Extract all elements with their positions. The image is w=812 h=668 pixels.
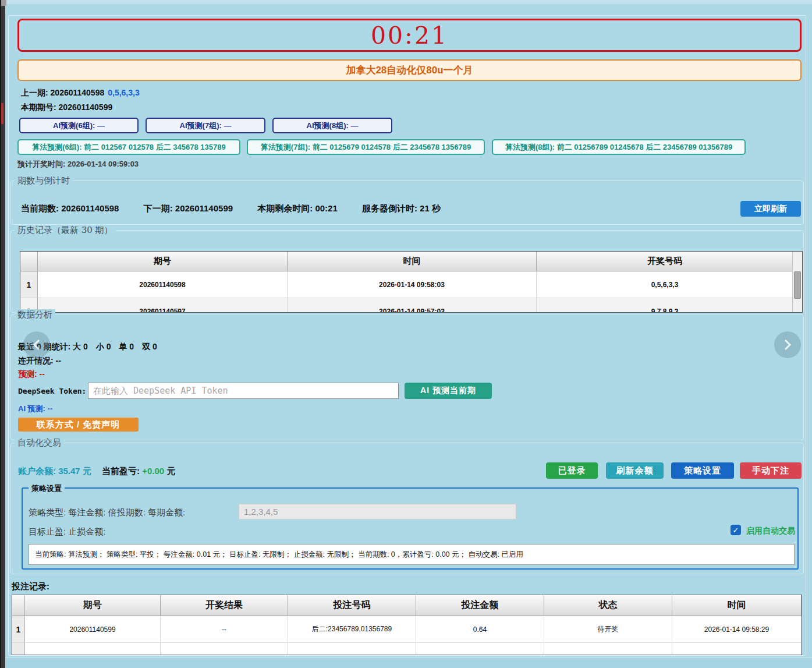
bet-amount: 0.64 [416,616,544,643]
window-edge-red-mark [1,103,3,124]
period-info-line: 当前期数: 202601140598 下一期: 202601140599 本期剩… [21,203,463,214]
algo-predict-6-box[interactable]: 算法预测(6组): 前二 012567 012578 后二 345678 135… [17,139,240,155]
history-numbers: 0,5,6,3,3 [537,271,793,298]
period-section: 期数与倒计时 当前期数: 202601140598 下一期: 202601140… [10,181,804,225]
analysis-section-legend: 数据分析 [15,309,55,320]
history-issue: 202601140598 [38,271,288,298]
ai-predict-7-button[interactable]: AI预测(7组): — [146,118,265,133]
auto-trade-checkbox[interactable]: ✓ [731,525,741,535]
history-corner-cell [20,252,38,271]
window-top-strip [5,0,812,4]
algo-predict-7-box[interactable]: 算法预测(7组): 前二 0125679 0124578 后二 2345678 … [247,139,485,155]
strategy-status-bar: 当前策略: 算法预测； 策略类型: 平投； 每注金额: 0.01 元； 目标止盈… [29,544,795,565]
bet-numbers: 后二:23456789,01356789 [288,616,416,643]
table-row-empty [12,643,802,655]
history-col-numbers: 开奖号码 [537,252,793,271]
bet-status: 待开奖 [544,616,672,643]
expected-draw-time: 预计开奖时间: 2026-01-14 09:59:03 [17,159,139,169]
balance-value: 35.47 元 [58,466,91,476]
history-time: 2026-01-14 09:58:03 [288,271,537,298]
analysis-section: 数据分析 最近 0 期统计: 大 0 小 0 单 0 双 0 连开情况: -- … [10,314,804,440]
bets-table-header: 期号 开奖结果 投注号码 投注金额 状态 时间 [12,595,802,616]
bets-col-amount: 投注金额 [416,595,544,616]
previous-issue-number: 202601140598 [51,88,105,97]
window-bottom-strip [5,658,812,668]
trading-section: 自动化交易 账户余额: 35.47 元 当前盈亏: +0.00 元 已登录 刷新… [10,443,804,574]
current-issue-line: 本期期号: 202601140599 [21,103,112,113]
bets-table: 期号 开奖结果 投注号码 投注金额 状态 时间 1 202601140599 -… [12,595,802,655]
history-issue: 202601140597 [38,298,288,313]
refresh-now-button[interactable]: 立即刷新 [740,201,801,217]
chevron-right-icon [782,338,793,351]
row-index: 1 [12,616,25,643]
prediction-result: 预测: -- [18,369,45,380]
remaining-time: 本期剩余时间: 00:21 [257,203,338,213]
history-col-issue: 期号 [38,252,288,271]
ai-predict-current-button[interactable]: AI 预测当前期 [405,383,492,399]
advert-banner-text: 加拿大28自动化仅80u一个月 [346,63,473,77]
deepseek-token-input[interactable] [88,383,399,399]
next-period: 下一期: 202601140599 [144,203,233,213]
history-section: 历史记录（最新 30 期） 期号 时间 开奖号码 1 202601140598 … [10,230,804,313]
history-table-header: 期号 时间 开奖号码 [20,252,802,271]
bet-time: 2026-01-14 09:58:29 [672,616,802,643]
balance-label: 账户余额: [18,466,56,476]
ai-predict-8-button[interactable]: AI预测(8组): — [272,118,392,133]
bets-col-numbers: 投注号码 [288,595,416,616]
previous-issue-line: 上一期: 2026011405980,5,6,3,3 [21,88,140,98]
history-scrollbar[interactable] [792,252,802,313]
strategy-panel: 策略设置 策略类型: 每注金额: 倍投期数: 每期金额: 目标止盈: 止损金额:… [22,487,799,570]
checkmark-icon: ✓ [733,526,739,535]
history-time: 2026-01-14 09:57:03 [288,298,537,313]
table-row[interactable]: 2 202601140597 2026-01-14 09:57:03 9,7,8… [20,298,802,313]
bets-col-status: 状态 [544,595,672,616]
strategy-row2-labels: 目标止盈: 止损金额: [29,526,106,538]
history-numbers: 9,7,8,9,3 [537,298,793,313]
background-window-edge [0,0,5,668]
bet-result: -- [161,616,288,643]
history-section-legend: 历史记录（最新 30 期） [15,225,116,236]
deepseek-token-label: DeepSeek Token: [18,387,86,395]
strategy-row1-labels: 策略类型: 每注金额: 倍投期数: 每期金额: [29,507,185,518]
chevron-left-icon [31,338,42,351]
period-section-legend: 期数与倒计时 [15,175,73,186]
algo-predict-8-box[interactable]: 算法预测(8组): 前二 01256789 01245678 后二 234567… [492,139,746,155]
auto-trade-label: 启用自动交易 [746,526,795,536]
previous-issue-label: 上一期: [21,88,51,97]
previous-issue-result: 0,5,6,3,3 [108,88,140,97]
window-edge-corner [1,0,6,6]
pnl-unit: 元 [166,466,175,476]
history-table: 期号 时间 开奖号码 1 202601140598 2026-01-14 09:… [20,251,803,313]
table-row[interactable]: 1 202601140599 -- 后二:23456789,01356789 0… [12,616,802,643]
bets-col-time: 时间 [672,595,802,616]
multiplier-periods-input[interactable] [239,504,516,519]
scrollbar-thumb[interactable] [794,271,801,299]
current-issue-label: 本期期号: [21,103,59,112]
bets-corner-cell [12,595,25,616]
pnl-value: +0.00 [142,466,164,476]
countdown-timer: 00:21 [371,22,448,50]
bets-title: 投注记录: [12,581,49,592]
row-index-empty [12,643,25,655]
manual-bet-button[interactable]: 手动下注 [740,462,802,479]
bets-col-result: 开奖结果 [161,595,288,616]
refresh-balance-button[interactable]: 刷新余额 [606,462,664,479]
trading-section-legend: 自动化交易 [15,437,64,448]
balance-line: 账户余额: 35.47 元 当前盈亏: +0.00 元 [18,466,175,477]
current-issue-number: 202601140599 [59,103,113,112]
current-period: 当前期数: 202601140598 [21,203,119,213]
history-col-time: 时间 [288,252,537,271]
logged-in-button[interactable]: 已登录 [546,462,598,479]
carousel-prev-button[interactable] [23,331,50,358]
bet-issue: 202601140599 [25,616,161,643]
row-index: 1 [20,271,38,298]
advert-banner[interactable]: 加拿大28自动化仅80u一个月 [17,59,802,81]
strategy-settings-button[interactable]: 策略设置 [671,462,734,479]
bets-col-issue: 期号 [25,595,161,616]
strategy-panel-legend: 策略设置 [29,483,65,494]
countdown-box: 00:21 [17,19,802,52]
ai-predict-6-button[interactable]: AI预测(6组): — [19,118,139,133]
contact-disclaimer-button[interactable]: 联系方式 / 免责声明 [18,418,139,432]
table-row[interactable]: 1 202601140598 2026-01-14 09:58:03 0,5,6… [20,271,802,298]
carousel-next-button[interactable] [774,331,801,358]
